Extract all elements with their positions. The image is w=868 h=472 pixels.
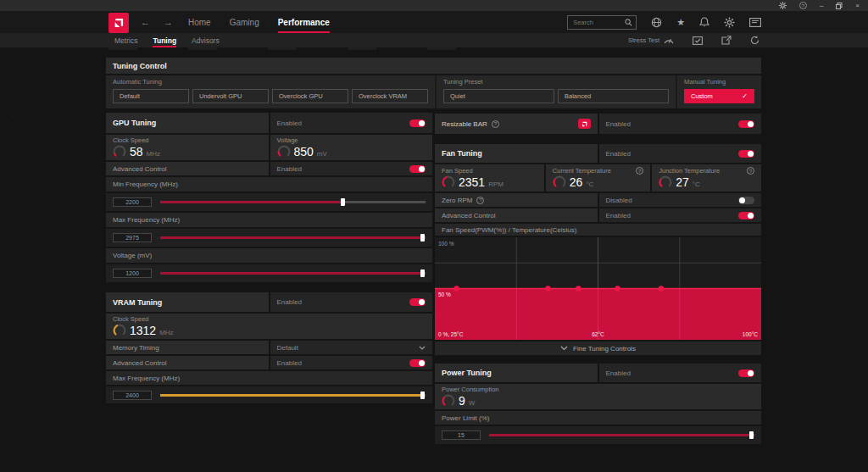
amd-radeon-logo[interactable] bbox=[108, 13, 129, 33]
slider-handle[interactable] bbox=[341, 198, 345, 206]
favorites-star-icon[interactable]: ★ bbox=[676, 18, 685, 27]
resizable-bar-label: Resizable BAR bbox=[442, 120, 487, 128]
vram-tuning-toggle[interactable] bbox=[409, 298, 426, 306]
clock-speed-unit: MHz bbox=[147, 150, 160, 158]
load-profile-icon[interactable] bbox=[693, 36, 703, 45]
close-icon[interactable]: × bbox=[855, 3, 860, 9]
slider-handle[interactable] bbox=[749, 431, 754, 439]
search-box[interactable] bbox=[567, 15, 637, 30]
voltage-slider[interactable] bbox=[160, 269, 426, 277]
search-icon[interactable] bbox=[625, 19, 632, 26]
history-arrows: ← → bbox=[141, 11, 173, 33]
gauge-icon bbox=[113, 145, 126, 158]
fan-curve-point[interactable] bbox=[453, 286, 459, 291]
gpu-advanced-row: Advanced Control Enabled bbox=[106, 162, 432, 175]
info-icon[interactable] bbox=[747, 167, 754, 175]
power-limit-slider[interactable] bbox=[489, 431, 754, 439]
feedback-panel-icon[interactable] bbox=[749, 18, 761, 27]
minimize-icon[interactable]: – bbox=[820, 3, 823, 9]
overclock-vram-button[interactable]: Overclock VRAM bbox=[352, 89, 428, 103]
gauge-icon bbox=[277, 145, 291, 158]
performance-subbar: Metrics Tuning Advisors Stress Test bbox=[0, 33, 868, 47]
restore-icon[interactable] bbox=[836, 3, 843, 9]
tab-advisors[interactable]: Advisors bbox=[192, 33, 220, 47]
slider-handle[interactable] bbox=[420, 269, 425, 277]
max-frequency-label-row: Max Frequency (MHz) bbox=[106, 213, 432, 227]
gpu-tuning-toggle[interactable] bbox=[409, 119, 426, 127]
power-tuning-section: Power Tuning Enabled Power Consumption 9… bbox=[435, 364, 761, 446]
slider-handle[interactable] bbox=[420, 234, 425, 242]
fan-stats-row: Fan Speed 2351 RPM Current Temperature 2… bbox=[435, 164, 761, 192]
gpu-voltage-stat: Voltage 850 mV bbox=[270, 135, 433, 160]
export-profile-icon[interactable] bbox=[721, 36, 732, 45]
memory-timing-dropdown[interactable]: Default bbox=[270, 341, 433, 354]
slider-handle[interactable] bbox=[420, 391, 425, 399]
vram-advanced-toggle[interactable] bbox=[409, 359, 426, 367]
fan-curve-point[interactable] bbox=[576, 286, 581, 291]
settings-small-icon[interactable] bbox=[779, 2, 787, 9]
gear-icon[interactable] bbox=[724, 17, 735, 28]
tuning-control-header: Tuning Control bbox=[106, 58, 761, 74]
chevron-down-icon bbox=[560, 346, 568, 351]
chevron-down-icon bbox=[419, 346, 426, 350]
voltage-label: Voltage bbox=[277, 136, 298, 144]
custom-button[interactable]: Custom bbox=[684, 89, 754, 103]
notifications-bell-icon[interactable] bbox=[699, 17, 709, 28]
fine-tuning-controls-button[interactable]: Fine Tuning Controls bbox=[435, 342, 761, 355]
x-tick-mid: 62°C bbox=[592, 331, 604, 337]
fan-curve-point[interactable] bbox=[545, 286, 550, 291]
fan-speed-stat: Fan Speed 2351 RPM bbox=[435, 164, 544, 192]
globe-icon[interactable] bbox=[651, 17, 662, 28]
default-button[interactable]: Default bbox=[113, 89, 189, 103]
vram-max-frequency-slider[interactable] bbox=[160, 391, 426, 399]
tab-tuning[interactable]: Tuning bbox=[153, 33, 176, 47]
forward-arrow-icon[interactable]: → bbox=[164, 17, 173, 27]
fan-advanced-row: Advanced Control Enabled bbox=[435, 208, 761, 222]
overclock-gpu-button[interactable]: Overclock GPU bbox=[272, 89, 348, 103]
resizable-bar-toggle[interactable] bbox=[738, 120, 754, 128]
tab-metrics[interactable]: Metrics bbox=[114, 33, 137, 47]
vram-stats-row: Clock Speed 1312 MHz bbox=[106, 314, 432, 339]
voltage-input[interactable] bbox=[113, 269, 152, 278]
min-frequency-input[interactable] bbox=[113, 197, 152, 207]
fan-chart-title-row: Fan Speed(PWM(%)) / Temperature(Celsius) bbox=[435, 224, 761, 236]
tab-performance[interactable]: Performance bbox=[278, 11, 330, 33]
power-limit-input[interactable] bbox=[442, 430, 481, 440]
zero-rpm-toggle[interactable] bbox=[738, 197, 754, 204]
info-icon[interactable] bbox=[476, 197, 484, 204]
automatic-tuning-group: Automatic Tuning Default Undervolt GPU O… bbox=[106, 75, 435, 108]
balanced-button[interactable]: Balanced bbox=[558, 89, 669, 103]
quiet-button[interactable]: Quiet bbox=[443, 89, 554, 103]
tuning-control-body: Automatic Tuning Default Undervolt GPU O… bbox=[106, 75, 761, 108]
info-icon[interactable] bbox=[492, 120, 499, 128]
max-frequency-input[interactable] bbox=[113, 233, 152, 242]
tab-gaming[interactable]: Gaming bbox=[230, 11, 259, 33]
fan-curve-point[interactable] bbox=[615, 286, 620, 291]
power-consumption-unit: W bbox=[469, 399, 476, 407]
clock-speed-label: Clock Speed bbox=[113, 315, 149, 323]
undervolt-gpu-button[interactable]: Undervolt GPU bbox=[192, 89, 269, 103]
enabled-label: Enabled bbox=[606, 120, 631, 128]
power-tuning-toggle[interactable] bbox=[738, 369, 754, 377]
help-icon[interactable] bbox=[799, 2, 807, 9]
power-consumption-stat: Power Consumption 9 W bbox=[435, 384, 761, 409]
info-icon[interactable] bbox=[636, 167, 643, 175]
max-frequency-slider[interactable] bbox=[160, 234, 426, 242]
background-pattern bbox=[0, 268, 46, 352]
vram-max-frequency-input[interactable] bbox=[113, 391, 152, 400]
back-arrow-icon[interactable]: ← bbox=[141, 17, 150, 27]
fan-advanced-toggle[interactable] bbox=[738, 212, 754, 219]
fan-tuning-toggle[interactable] bbox=[738, 150, 754, 158]
min-frequency-slider[interactable] bbox=[160, 198, 426, 206]
fan-curve-point[interactable] bbox=[659, 286, 664, 291]
clock-speed-unit: MHz bbox=[159, 329, 173, 336]
memory-timing-value: Default bbox=[277, 344, 298, 352]
fan-curve-chart[interactable]: 100 % 50 % 0 %, 25°C 62°C 100°C bbox=[435, 237, 761, 340]
search-input[interactable] bbox=[571, 18, 625, 27]
section-title: Tuning Control bbox=[113, 62, 167, 70]
stress-test-button[interactable]: Stress Test bbox=[628, 36, 674, 44]
gpu-advanced-toggle[interactable] bbox=[409, 165, 426, 173]
subbar-actions: Stress Test bbox=[628, 33, 760, 47]
tab-home[interactable]: Home bbox=[188, 11, 211, 33]
reset-icon[interactable] bbox=[750, 36, 760, 45]
